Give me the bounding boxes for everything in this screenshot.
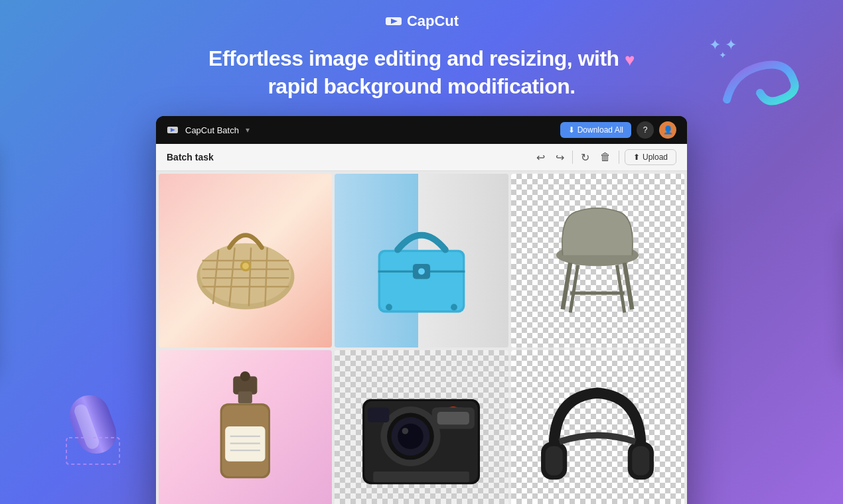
delete-button[interactable]: 🗑 [597, 150, 613, 164]
upload-icon: ⬆ [633, 153, 640, 162]
avatar-button[interactable]: 👤 [659, 121, 676, 139]
header: CapCut [0, 0, 843, 38]
grid-cell-1[interactable] [159, 174, 332, 347]
redo-button[interactable]: ↪ [553, 150, 567, 165]
svg-point-43 [398, 424, 424, 450]
svg-rect-30 [238, 391, 252, 403]
grid-cell-3[interactable] [511, 174, 684, 347]
svg-rect-52 [546, 446, 563, 475]
svg-point-20 [418, 268, 425, 275]
batch-task-title: Batch task [167, 152, 214, 162]
grid-cell-4[interactable] [159, 350, 332, 504]
chair-image [532, 196, 662, 326]
product-bag2-bg [335, 174, 508, 347]
grid-cell-5[interactable] [335, 350, 508, 504]
bag-woven-image [181, 196, 311, 326]
camera-image [352, 371, 491, 501]
grid-cell-2[interactable] [335, 174, 508, 347]
product-bag1-bg [159, 174, 332, 347]
toolbar-actions: ↩ ↪ ↻ 🗑 ⬆ Upload [534, 149, 676, 165]
svg-rect-50 [368, 408, 390, 423]
deco-swirl [720, 46, 806, 113]
svg-line-26 [570, 265, 577, 312]
titlebar-left: CapCut Batch ▾ [167, 124, 250, 136]
upload-button[interactable]: ⬆ Upload [625, 149, 676, 165]
refresh-button[interactable]: ↻ [578, 150, 592, 165]
titlebar-brand: CapCut Batch [185, 125, 239, 135]
download-all-button[interactable]: ⬇ Download All [560, 122, 631, 138]
product-headphones-bg [511, 350, 684, 504]
main-container: Instant Background × Auto removal Fill c… [0, 116, 843, 504]
product-camera-bg [335, 350, 508, 504]
product-bottle-bg [159, 350, 332, 504]
svg-rect-49 [437, 412, 469, 424]
svg-rect-17 [380, 252, 463, 310]
svg-rect-45 [374, 472, 470, 482]
app-titlebar: CapCut Batch ▾ ⬇ Download All ? 👤 [156, 116, 687, 144]
help-button[interactable]: ? [637, 121, 654, 139]
titlebar-dropdown-icon[interactable]: ▾ [246, 125, 250, 135]
grid-cell-6[interactable] [511, 350, 684, 504]
capcut-logo: CapCut [384, 12, 459, 31]
svg-line-24 [563, 263, 570, 309]
titlebar-right: ⬇ Download All ? 👤 [560, 121, 676, 139]
app-window: CapCut Batch ▾ ⬇ Download All ? 👤 Batch … [156, 116, 687, 504]
product-chair-bg [511, 174, 684, 347]
bottle-image [202, 371, 289, 501]
svg-point-44 [402, 428, 409, 434]
download-icon: ⬇ [568, 125, 575, 135]
image-grid [156, 171, 687, 504]
headphones-image [532, 371, 662, 501]
undo-button[interactable]: ↩ [534, 150, 548, 165]
bag-blue-image [356, 196, 487, 326]
svg-line-25 [625, 263, 632, 309]
heart-icon: ♥ [625, 50, 635, 70]
toolbar-divider [572, 151, 573, 164]
toolbar-divider2 [619, 151, 619, 164]
svg-point-22 [451, 304, 457, 310]
app-toolbar: Batch task ↩ ↪ ↻ 🗑 ⬆ Upload [156, 144, 687, 171]
svg-point-37 [240, 371, 250, 381]
svg-point-15 [242, 263, 249, 269]
svg-rect-54 [633, 446, 650, 475]
logo-text: CapCut [407, 13, 459, 30]
deco-tube [63, 381, 123, 468]
svg-point-21 [386, 304, 392, 310]
svg-line-27 [617, 265, 625, 312]
